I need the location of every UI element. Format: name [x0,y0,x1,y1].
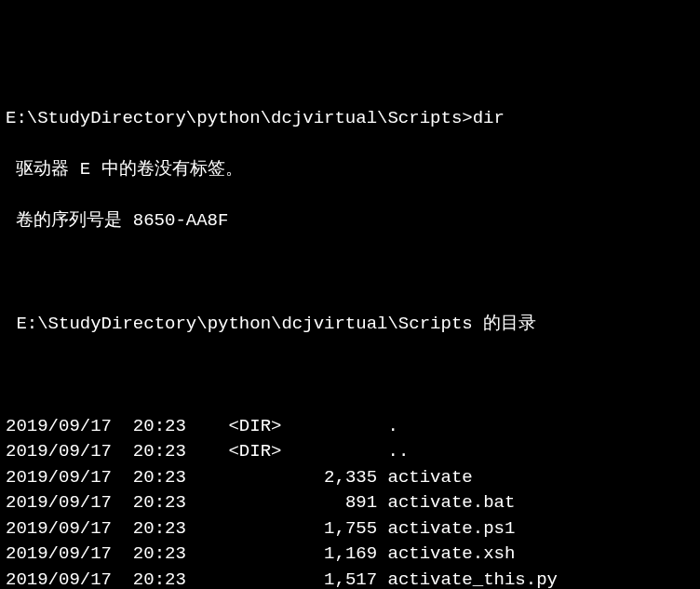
blank-line [6,363,694,389]
file-time: 20:23 [133,441,186,462]
file-date: 2019/09/17 [6,441,112,462]
file-time: 20:23 [133,569,186,589]
file-date: 2019/09/17 [6,416,112,436]
dir-entry-row: 2019/09/17 20:23 <DIR> .. [6,439,694,465]
volume-label-line: 驱动器 E 中的卷没有标签。 [6,157,694,183]
dir-entry-row: 2019/09/17 20:23 1,755 activate.ps1 [6,516,694,542]
dir-entry-row: 2019/09/17 20:23 891 activate.bat [6,490,694,516]
file-size: 891 [228,492,377,513]
file-size: <DIR> [228,416,377,436]
serial-number-line: 卷的序列号是 8650-AA8F [6,208,694,234]
command-prompt-line: E:\StudyDirectory\python\dcjvirtual\Scri… [6,106,694,132]
file-size: 1,755 [228,518,377,539]
file-name: . [388,416,398,436]
dir-entry-row: 2019/09/17 20:23 1,169 activate.xsh [6,542,694,568]
file-name: .. [388,441,410,462]
file-time: 20:23 [133,518,186,539]
dir-entry-row: 2019/09/17 20:23 <DIR> . [6,414,694,440]
file-size: 1,517 [228,569,377,589]
directory-path-line: E:\StudyDirectory\python\dcjvirtual\Scri… [6,312,694,338]
prompt-path: E:\StudyDirectory\python\dcjvirtual\Scri… [6,108,473,128]
file-name: activate.ps1 [388,518,516,539]
file-size: 2,335 [228,467,377,488]
file-time: 20:23 [133,416,186,436]
blank-line [6,260,694,286]
command-text[interactable]: dir [473,108,505,128]
file-size: <DIR> [228,441,377,462]
file-size: 1,169 [228,543,377,564]
file-date: 2019/09/17 [6,569,112,589]
file-name: activate.xsh [388,543,516,564]
file-time: 20:23 [133,467,186,488]
dir-entry-row: 2019/09/17 20:23 1,517 activate_this.py [6,568,694,589]
directory-listing: 2019/09/17 20:23 <DIR> .2019/09/17 20:23… [6,414,694,589]
file-date: 2019/09/17 [6,492,112,513]
file-date: 2019/09/17 [6,543,112,564]
file-date: 2019/09/17 [6,518,112,539]
file-name: activate_this.py [388,569,558,589]
file-name: activate [388,467,473,488]
file-time: 20:23 [133,492,186,513]
file-date: 2019/09/17 [6,467,112,488]
file-name: activate.bat [388,492,516,513]
file-time: 20:23 [133,543,186,564]
dir-entry-row: 2019/09/17 20:23 2,335 activate [6,465,694,491]
